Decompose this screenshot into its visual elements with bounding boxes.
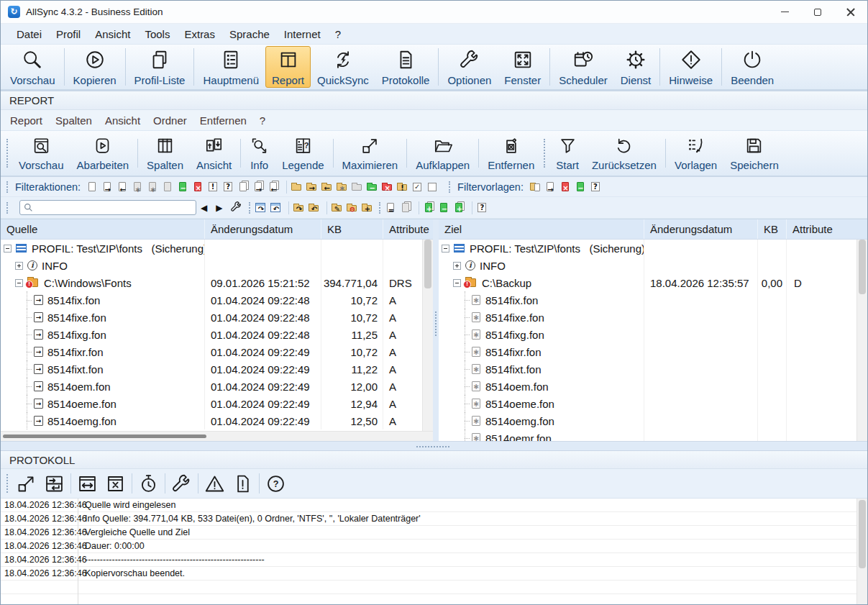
log-timer-button[interactable] [134,472,163,496]
pages-green-plus-icon[interactable]: + [453,201,465,214]
tree-row[interactable]: 8514fixr.fon [439,343,856,360]
filter-files-pair-icon[interactable] [237,181,250,194]
template-apply-icon[interactable]: → [544,181,557,194]
expander-minus-icon[interactable] [453,279,461,287]
search-input[interactable] [36,202,192,214]
folder-undo-icon[interactable]: ↶ [308,201,320,214]
menu-extras[interactable]: Extras [177,26,222,42]
menu-help[interactable]: ? [328,26,348,42]
column-header-kb[interactable]: KB [321,219,383,239]
column-header-ziel[interactable]: Ziel [439,219,644,239]
expander-minus-icon[interactable] [442,245,449,253]
tree-row[interactable]: PROFIL: Test\ZIP\fonts (Sicherung) [1,240,422,257]
zuruecksetzen-button[interactable]: Zurücksetzen [585,132,663,174]
filter-folder-ok-icon[interactable]: − [366,181,378,194]
filter-file-copy-left-icon[interactable]: ← [117,181,129,194]
tree-row[interactable]: 8514fixe.fon [439,309,856,326]
tree-row[interactable]: iINFO [439,257,856,274]
tree-row[interactable]: 8514fix.fon 01.04.2024 09:22:4810,72A [1,291,422,309]
toolbar-grip[interactable] [379,202,380,214]
report-menu-report[interactable]: Report [4,112,49,129]
filter-file-question-icon[interactable]: ? [222,181,234,194]
tree-row[interactable]: 8514oem.fon 01.04.2024 09:22:4912,00A [1,378,422,395]
maximieren-button[interactable]: Maximieren [336,132,405,174]
tree-row[interactable]: PROFIL: Test\ZIP\fonts (Sicherung) [439,240,856,257]
window-undo-icon[interactable]: ↶ [270,201,282,214]
tree-row[interactable]: iINFO [1,257,422,274]
search-next-icon[interactable]: ▶ [211,203,227,213]
info-button[interactable]: Info [243,132,275,174]
log-fit-width-button[interactable] [73,472,101,496]
abarbeiten-button[interactable]: Abarbeiten [70,132,136,174]
column-header-aenderungsdatum[interactable]: Änderungsdatum [204,219,321,239]
toolbar-grip[interactable] [6,139,8,168]
tree-row[interactable]: 8514fixe.fon 01.04.2024 09:22:4810,72A [1,309,422,326]
entfernen-button[interactable]: Entfernen [481,132,541,174]
menu-sprache[interactable]: Sprache [222,26,277,42]
toolbar-grip[interactable] [6,181,8,193]
maximize-button[interactable] [801,1,834,23]
filter-folder-icon[interactable] [291,181,303,194]
tree-row[interactable]: 8514fixg.fon [439,326,856,343]
filter-folder-exclamation-icon[interactable]: ! [396,181,408,194]
close-button[interactable] [834,1,867,23]
ansicht-button[interactable]: Ansicht [190,132,238,174]
tree-row[interactable]: 8514oemg.fon 01.04.2024 09:22:4912,50A [1,412,422,429]
toolbar-grip[interactable] [6,202,8,214]
toolbar-grip[interactable] [6,474,8,493]
tree-row[interactable]: 8514oemg.fon [439,412,856,429]
beenden-button[interactable]: Beenden [724,46,780,88]
filter-file-exclamation-icon[interactable]: ! [207,181,219,194]
log-settings-button[interactable] [168,472,196,496]
pane-splitter[interactable] [433,219,439,441]
target-vertical-scrollbar[interactable] [856,240,867,441]
filter-checkbox-checked[interactable] [411,181,424,194]
log-close-button[interactable] [101,472,129,496]
dienst-button[interactable]: Dienst [614,46,658,88]
log-help-button[interactable]: ? [262,472,290,496]
report-button[interactable]: Report [265,46,311,88]
protokolle-button[interactable]: Protokolle [375,46,437,88]
expander-plus-icon[interactable] [453,262,461,270]
filter-folder-right-icon[interactable]: → [306,181,318,194]
template-delete-icon[interactable]: × [559,181,572,194]
menu-profil[interactable]: Profil [49,26,88,42]
minimize-button[interactable] [768,1,801,23]
kopieren-button[interactable]: Kopieren [67,46,123,88]
template-ok-icon[interactable]: − [575,181,587,194]
filter-file-error-icon[interactable]: × [192,181,204,194]
tree-row[interactable]: 8514oeme.fon [439,395,856,412]
tree-row[interactable]: 8514fixt.fon 01.04.2024 09:22:4911,22A [1,360,422,378]
folder-redo-icon[interactable]: ↷ [293,201,305,214]
filter-file-new2-icon[interactable]: ∗ [147,181,159,194]
report-menu-ansicht[interactable]: Ansicht [99,112,147,129]
report-vorschau-button[interactable]: Vorschau [12,132,70,174]
column-header-kb[interactable]: KB [757,219,786,239]
report-menu-ordner[interactable]: Ordner [147,112,193,129]
log-maximize-button[interactable] [12,472,40,496]
vorlagen-button[interactable]: Vorlagen [668,132,723,174]
filter-file-new-icon[interactable]: ∗ [132,181,144,194]
tree-row[interactable]: 8514oemr.fon [439,429,856,441]
filter-file-ok-icon[interactable]: − [177,181,189,194]
log-vertical-scrollbar[interactable] [856,499,867,604]
toolbar-grip[interactable] [544,139,545,168]
report-menu-entfernen[interactable]: Entfernen [193,112,253,129]
menu-datei[interactable]: Datei [9,26,49,42]
folder-remove-icon[interactable]: ⊖ [346,201,358,214]
tree-row[interactable]: 8514fixr.fon 01.04.2024 09:22:4910,72A [1,343,422,360]
filter-file-icon[interactable] [86,181,99,194]
optionen-button[interactable]: Optionen [441,46,498,88]
fenster-button[interactable]: Fenster [498,46,547,88]
tree-row[interactable]: C:\Windows\Fonts 09.01.2026 15:21:52394.… [1,274,422,291]
column-header-quelle[interactable]: Quelle [1,219,204,239]
scheduler-button[interactable]: Scheduler [552,46,614,88]
filter-folder-new-icon[interactable]: ∗ [336,181,348,194]
quicksync-button[interactable]: QuickSync [311,46,375,88]
expander-plus-icon[interactable] [15,262,23,270]
horizontal-splitter[interactable] [1,441,867,450]
template-folder-file-icon[interactable] [529,181,542,194]
vorschau-button[interactable]: Vorschau [4,46,62,88]
folder-add-icon[interactable]: + [361,201,373,214]
report-menu-spalten[interactable]: Spalten [49,112,99,129]
